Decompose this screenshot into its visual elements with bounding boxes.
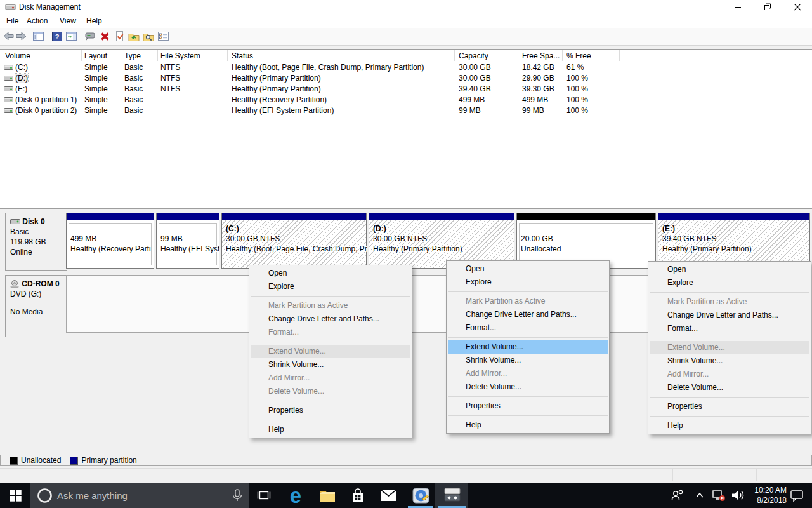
menu-item-delete-volume[interactable]: Delete Volume... (249, 385, 412, 398)
menu-item-change-drive-letter[interactable]: Change Drive Letter and Paths... (447, 308, 609, 321)
partition-e[interactable]: (E:) 39.40 GB NTFS Healthy (Primary Part… (658, 213, 810, 269)
callout-button[interactable] (84, 30, 96, 42)
status-strip-separator (756, 469, 757, 481)
delete-volume-button[interactable] (98, 30, 111, 42)
tray-expand-button[interactable] (691, 483, 708, 508)
table-row-c[interactable]: (C:) Simple Basic NTFS Healthy (Boot, Pa… (0, 62, 812, 72)
chevron-up-icon (695, 492, 704, 498)
store-button[interactable] (344, 483, 372, 508)
menu-item-open[interactable]: Open (447, 262, 609, 276)
partition-recovery[interactable]: 499 MB Healthy (Recovery Parti (66, 213, 154, 269)
menu-item-extend-volume[interactable]: Extend Volume... (251, 345, 410, 358)
edge-browser-button[interactable]: e (282, 483, 310, 508)
folder-up-button[interactable] (128, 30, 140, 42)
close-button[interactable] (783, 0, 812, 14)
desktop: Disk Management File Action View Help (0, 0, 812, 508)
menu-file[interactable]: File (3, 16, 22, 26)
header-separator[interactable] (562, 50, 563, 61)
header-separator[interactable] (227, 50, 228, 61)
disk-management-button[interactable] (435, 483, 468, 508)
column-header-layout[interactable]: Layout (84, 51, 107, 60)
menu-item-shrink-volume[interactable]: Shrink Volume... (648, 354, 811, 368)
show-console-tree-button[interactable] (32, 30, 44, 42)
menu-separator (448, 396, 608, 397)
menu-action[interactable]: Action (23, 16, 51, 26)
header-separator[interactable] (454, 50, 455, 61)
header-separator[interactable] (619, 50, 620, 61)
menu-item-delete-volume[interactable]: Delete Volume... (447, 380, 609, 394)
show-action-pane-button[interactable] (65, 30, 77, 42)
menu-item-properties[interactable]: Properties (648, 400, 811, 413)
status-strip-separator (672, 469, 673, 481)
mail-button[interactable] (374, 483, 402, 508)
folder-search-button[interactable] (142, 30, 155, 42)
file-explorer-button[interactable] (313, 483, 341, 508)
menu-item-change-drive-letter[interactable]: Change Drive Letter and Paths... (648, 309, 811, 322)
menu-item-mark-partition-active[interactable]: Mark Partition as Active (447, 295, 609, 308)
partition-efi[interactable]: 99 MB Healthy (EFI Syst (156, 213, 219, 269)
menu-item-change-drive-letter[interactable]: Change Drive Letter and Paths... (249, 312, 412, 326)
action-center-button[interactable] (787, 483, 807, 508)
menu-item-mark-partition-active[interactable]: Mark Partition as Active (249, 299, 412, 312)
column-header-status[interactable]: Status (232, 51, 253, 60)
menu-item-add-mirror[interactable]: Add Mirror... (447, 367, 609, 380)
menu-item-help[interactable]: Help (447, 418, 609, 432)
minimize-button[interactable] (723, 0, 752, 14)
clock[interactable]: 10:20 AM 8/2/2018 (747, 485, 787, 505)
menu-item-open[interactable]: Open (249, 267, 412, 280)
partition-c[interactable]: (C:) 30.00 GB NTFS Healthy (Boot, Page F… (221, 213, 367, 269)
menu-item-help[interactable]: Help (249, 423, 412, 436)
menu-help[interactable]: Help (82, 16, 106, 26)
task-view-button[interactable] (251, 483, 277, 508)
column-header-capacity[interactable]: Capacity (459, 51, 488, 60)
menu-item-mark-partition-active[interactable]: Mark Partition as Active (648, 295, 811, 309)
menu-view[interactable]: View (56, 16, 80, 26)
legend-primary-label: Primary partition (81, 456, 136, 465)
menu-item-add-mirror[interactable]: Add Mirror... (249, 371, 412, 385)
table-row-partition2[interactable]: (Disk 0 partition 2) Simple Basic Health… (0, 105, 812, 116)
menu-item-help[interactable]: Help (648, 419, 811, 432)
table-row-e[interactable]: (E:) Simple Basic NTFS Healthy (Primary … (0, 83, 812, 94)
menu-item-format[interactable]: Format... (447, 321, 609, 335)
menu-item-properties[interactable]: Properties (447, 399, 609, 413)
start-button[interactable] (0, 483, 30, 508)
menu-item-explore[interactable]: Explore (447, 276, 609, 289)
menu-item-extend-volume[interactable]: Extend Volume... (448, 340, 608, 354)
network-button[interactable] (709, 483, 728, 508)
menu-item-delete-volume[interactable]: Delete Volume... (648, 381, 811, 394)
menu-item-open[interactable]: Open (648, 263, 811, 276)
menu-item-shrink-volume[interactable]: Shrink Volume... (249, 358, 412, 371)
column-header-pct-free[interactable]: % Free (566, 51, 591, 60)
menu-item-explore[interactable]: Explore (249, 280, 412, 293)
forward-button[interactable] (15, 30, 27, 42)
menu-item-properties[interactable]: Properties (249, 404, 412, 417)
header-separator[interactable] (121, 50, 121, 61)
column-header-file-system[interactable]: File System (160, 51, 200, 60)
table-row-partition1[interactable]: (Disk 0 partition 1) Simple Basic Health… (0, 94, 812, 105)
menu-item-add-mirror[interactable]: Add Mirror... (648, 368, 811, 381)
disk-tool-button[interactable] (406, 483, 435, 508)
cdrom-panel[interactable]: CD-ROM 0 DVD (G:) No Media (5, 275, 67, 337)
header-separator[interactable] (157, 50, 158, 61)
back-button[interactable] (2, 30, 15, 42)
checklist-button[interactable] (157, 30, 169, 42)
help-button[interactable]: ? (51, 30, 63, 42)
header-separator[interactable] (81, 50, 82, 61)
check-document-button[interactable] (113, 30, 126, 42)
header-separator[interactable] (518, 50, 518, 61)
volume-button[interactable] (728, 483, 747, 508)
column-header-volume[interactable]: Volume (5, 51, 30, 60)
menu-item-format[interactable]: Format... (249, 326, 412, 339)
menu-item-shrink-volume[interactable]: Shrink Volume... (447, 354, 609, 367)
drive-icon (4, 64, 13, 70)
menu-item-format[interactable]: Format... (648, 322, 811, 335)
column-header-type[interactable]: Type (124, 51, 141, 60)
restore-button[interactable] (753, 0, 782, 14)
cortana-search-box[interactable]: Ask me anything (30, 483, 249, 508)
people-button[interactable] (667, 483, 688, 508)
menu-item-explore[interactable]: Explore (648, 276, 811, 290)
legend-bar: Unallocated Primary partition (0, 455, 812, 466)
table-row-d[interactable]: (D:) Simple Basic NTFS Healthy (Primary … (0, 72, 812, 83)
column-header-free-space[interactable]: Free Spa... (522, 51, 560, 60)
menu-item-extend-volume[interactable]: Extend Volume... (650, 341, 809, 354)
